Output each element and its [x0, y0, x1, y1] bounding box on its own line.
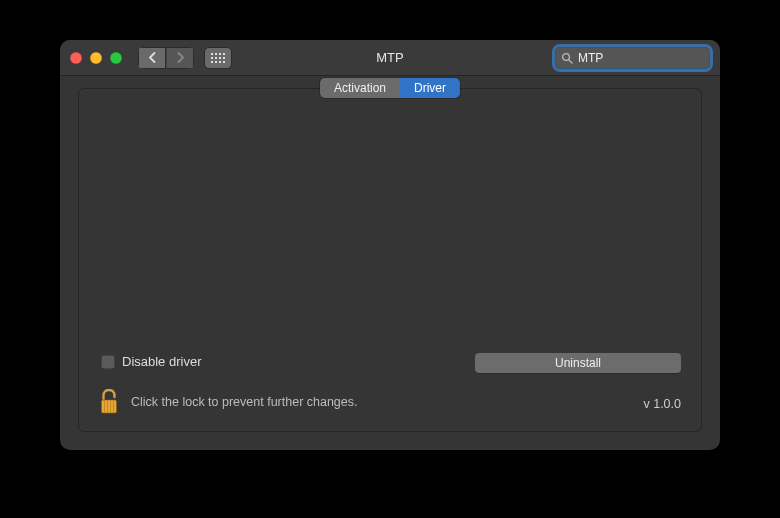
- window-title: MTP: [376, 50, 403, 65]
- svg-rect-6: [219, 57, 221, 59]
- svg-rect-9: [215, 61, 217, 63]
- svg-rect-3: [223, 53, 225, 55]
- panel: Activation Driver Disable driver Uninsta…: [78, 88, 702, 432]
- close-icon[interactable]: [70, 52, 82, 64]
- svg-line-13: [569, 59, 572, 62]
- search-icon: [561, 52, 573, 64]
- svg-rect-8: [211, 61, 213, 63]
- chevron-right-icon: [176, 52, 185, 63]
- disable-driver-row: Disable driver: [101, 354, 201, 369]
- svg-rect-5: [215, 57, 217, 59]
- disable-driver-checkbox[interactable]: [101, 355, 115, 369]
- forward-button[interactable]: [166, 47, 194, 69]
- lock-row: Click the lock to prevent further change…: [99, 389, 358, 415]
- chevron-left-icon: [148, 52, 157, 63]
- disable-driver-label: Disable driver: [122, 354, 201, 369]
- tab-switcher: Activation Driver: [320, 78, 460, 98]
- tab-driver[interactable]: Driver: [400, 78, 460, 98]
- content-area: Activation Driver Disable driver Uninsta…: [60, 76, 720, 450]
- svg-rect-10: [219, 61, 221, 63]
- maximize-icon[interactable]: [110, 52, 122, 64]
- svg-rect-1: [215, 53, 217, 55]
- back-button[interactable]: [138, 47, 166, 69]
- titlebar: MTP: [60, 40, 720, 76]
- svg-rect-11: [223, 61, 225, 63]
- svg-rect-0: [211, 53, 213, 55]
- lock-icon[interactable]: [99, 389, 119, 415]
- traffic-lights: [70, 52, 122, 64]
- grid-icon: [211, 53, 225, 63]
- search-input[interactable]: [578, 47, 720, 69]
- nav-buttons: [138, 47, 194, 69]
- svg-rect-4: [211, 57, 213, 59]
- show-all-button[interactable]: [204, 47, 232, 69]
- uninstall-button[interactable]: Uninstall: [475, 353, 681, 373]
- minimize-icon[interactable]: [90, 52, 102, 64]
- preferences-window: MTP Activation Driver Disable driver Uni…: [60, 40, 720, 450]
- svg-rect-7: [223, 57, 225, 59]
- tab-activation[interactable]: Activation: [320, 78, 400, 98]
- lock-message: Click the lock to prevent further change…: [131, 395, 358, 409]
- svg-rect-14: [102, 400, 117, 413]
- search-field[interactable]: [555, 47, 710, 69]
- svg-rect-2: [219, 53, 221, 55]
- version-label: v 1.0.0: [643, 397, 681, 411]
